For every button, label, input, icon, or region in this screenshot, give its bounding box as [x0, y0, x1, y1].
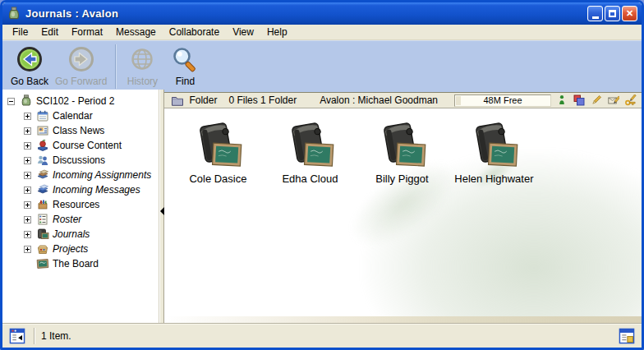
free-space-gauge: 48M Free — [454, 94, 551, 107]
back-arrow-icon — [15, 45, 44, 75]
toggle-sidebar-icon[interactable] — [9, 328, 25, 344]
minimize-icon — [592, 16, 599, 19]
history-label: History — [127, 76, 158, 87]
expand-box-icon[interactable] — [24, 157, 31, 164]
menu-edit[interactable]: Edit — [34, 25, 65, 39]
go-back-label: Go Back — [11, 76, 48, 87]
sidebar-item-roster[interactable]: Roster — [2, 212, 159, 227]
sidebar-item-discussions[interactable]: Discussions — [2, 153, 159, 168]
folder-info-bar: Folder 0 Files 1 Folder Avalon : Michael… — [164, 92, 642, 108]
projects-crate-icon — [36, 242, 49, 256]
sidebar-item-journals[interactable]: Journals — [2, 227, 159, 242]
expand-box-icon[interactable] — [24, 216, 31, 223]
folder-owner-label: Avalon : Michael Goodman — [320, 94, 438, 106]
roster-list-icon — [36, 213, 49, 226]
pencil-icon[interactable] — [591, 94, 602, 106]
journal-book-icon — [376, 120, 427, 171]
title-bar[interactable]: Journals : Avalon ✕ — [2, 2, 642, 25]
sidebar-item-resources[interactable]: Resources — [2, 197, 159, 212]
expand-box-icon[interactable] — [24, 201, 31, 209]
calendar-icon — [36, 109, 49, 122]
free-space-label: 48M Free — [483, 95, 522, 105]
expand-box-icon[interactable] — [24, 246, 31, 253]
journal-book-icon — [468, 120, 519, 171]
journal-list-area: Cole Dasice Edha Cloud Billy Piggot Hele… — [164, 108, 642, 323]
course-tree: SCI102 - Period 2 Calendar Class News Co… — [2, 90, 159, 323]
used-space-segment — [456, 96, 461, 105]
find-magnifier-icon — [170, 45, 200, 75]
journal-item-cole-dasice[interactable]: Cole Dasice — [174, 120, 261, 185]
sidebar-item-the-board[interactable]: The Board — [2, 256, 159, 271]
journal-book-icon — [36, 228, 49, 241]
books-stack-blue-icon — [36, 183, 49, 196]
menu-view[interactable]: View — [226, 25, 260, 39]
app-window: Journals : Avalon ✕ File Edit Format Mes… — [0, 0, 644, 350]
sidebar-item-incoming-assignments[interactable]: Incoming Assignments — [2, 168, 159, 182]
menu-help[interactable]: Help — [260, 25, 294, 39]
window-title: Journals : Avalon — [25, 7, 583, 20]
menu-bar: File Edit Format Message Collaborate Vie… — [2, 25, 642, 40]
collapse-box-icon[interactable] — [7, 98, 15, 105]
menu-collaborate[interactable]: Collaborate — [163, 25, 226, 39]
news-icon — [36, 124, 49, 137]
go-back-button[interactable]: Go Back — [7, 44, 52, 87]
expand-box-icon[interactable] — [24, 231, 31, 238]
minimize-button[interactable] — [587, 6, 603, 21]
item-count-label: 1 Item. — [41, 330, 71, 342]
folder-type-label: Folder — [189, 94, 217, 106]
journal-item-billy-piggot[interactable]: Billy Piggot — [358, 120, 445, 185]
find-label: Find — [176, 76, 195, 87]
sidebar-item-sci102[interactable]: SCI102 - Period 2 — [2, 94, 159, 108]
edit-note-icon[interactable] — [608, 94, 619, 106]
apple-books-icon — [36, 139, 49, 152]
books-stack-icon — [36, 168, 49, 182]
history-globe-icon — [127, 45, 157, 75]
close-icon: ✕ — [626, 9, 633, 18]
person-icon[interactable] — [556, 94, 568, 106]
expand-box-icon[interactable] — [24, 187, 31, 194]
sidebar-item-class-news[interactable]: Class News — [2, 123, 159, 138]
sidebar-item-calendar[interactable]: Calendar — [2, 108, 159, 123]
sidebar-item-incoming-messages[interactable]: Incoming Messages — [2, 182, 159, 197]
expand-box-icon[interactable] — [24, 142, 31, 150]
toggle-panel-icon[interactable] — [619, 328, 635, 344]
navigation-toolbar: Go Back Go Forward History Find — [2, 40, 642, 90]
app-flask-icon — [7, 7, 21, 21]
journal-item-edha-cloud[interactable]: Edha Cloud — [266, 120, 353, 185]
find-button[interactable]: Find — [163, 44, 206, 87]
go-forward-label: Go Forward — [55, 76, 107, 87]
folder-action-icons — [556, 94, 637, 106]
status-separator — [34, 328, 34, 344]
key-pen-icon[interactable] — [625, 94, 637, 106]
go-forward-button[interactable]: Go Forward — [52, 44, 110, 87]
journal-book-icon — [284, 120, 335, 171]
map-watermark-strip — [164, 316, 642, 323]
people-icon — [36, 154, 49, 167]
journal-item-helen-highwater[interactable]: Helen Highwater — [450, 120, 537, 185]
menu-file[interactable]: File — [6, 25, 34, 39]
menu-format[interactable]: Format — [65, 25, 109, 39]
menu-message[interactable]: Message — [109, 25, 163, 39]
close-button[interactable]: ✕ — [622, 6, 637, 21]
status-bar: 1 Item. — [2, 323, 642, 348]
layers-icon[interactable] — [573, 94, 585, 106]
maximize-icon — [609, 10, 616, 17]
sidebar-item-course-content[interactable]: Course Content — [2, 138, 159, 153]
maximize-button[interactable] — [605, 6, 620, 21]
resources-box-icon — [36, 198, 49, 211]
sidebar-item-projects[interactable]: Projects — [2, 242, 159, 256]
main-pane: Folder 0 Files 1 Folder Avalon : Michael… — [164, 90, 642, 323]
chalkboard-icon — [36, 257, 49, 270]
history-button[interactable]: History — [121, 44, 163, 87]
expand-box-icon[interactable] — [24, 172, 31, 179]
flask-icon — [20, 94, 33, 108]
toolbar-separator — [115, 44, 116, 89]
expand-box-icon[interactable] — [24, 127, 31, 135]
expand-box-icon[interactable] — [24, 113, 31, 120]
forward-arrow-icon — [67, 45, 96, 75]
folder-icon — [171, 94, 184, 106]
journal-book-icon — [192, 120, 243, 171]
folder-count-label: 0 Files 1 Folder — [228, 94, 297, 106]
